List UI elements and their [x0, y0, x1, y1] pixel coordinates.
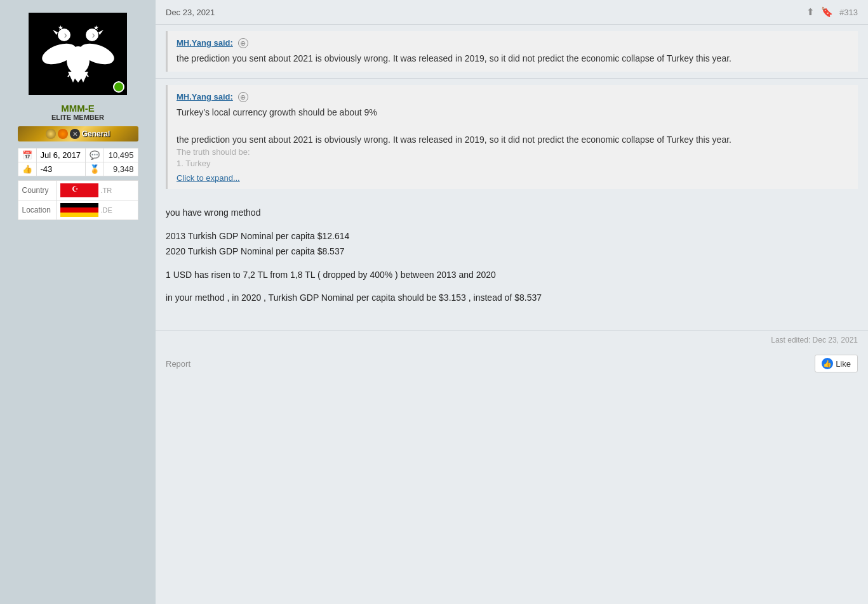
country-label: Country	[18, 181, 56, 200]
stats-row-reaction: 👍 -43 🏅 9,348	[18, 162, 138, 176]
bookmark-icon[interactable]: 🔖	[821, 6, 833, 18]
post-actions: ⬆ 🔖 #313	[806, 6, 858, 18]
country-flag	[60, 183, 98, 197]
rank-badge: ✕ General	[18, 126, 138, 141]
avatar-image: ★ ★ ☽ ☽	[40, 16, 116, 93]
message-count: 10,495	[104, 148, 138, 162]
like-button[interactable]: 👍 Like	[815, 355, 858, 372]
sidebar: ★ ★ ☽ ☽ MMM-E ELITE MEMBER	[0, 0, 156, 604]
quote2-header: MH.Yang said: ⊕	[177, 91, 849, 102]
post-line1: you have wrong method	[166, 206, 858, 220]
location-code: .DE	[101, 206, 112, 214]
avatar-badge	[113, 81, 124, 93]
quote1-header: MH.Yang said: ⊕	[177, 37, 849, 48]
country-flag-cell: .TR	[56, 181, 138, 200]
rank-label: General	[82, 129, 110, 138]
post-actions-footer: Report 👍 Like	[156, 350, 868, 383]
meta-row-location: Location .DE	[18, 200, 138, 220]
quote2-text2: the prediction you sent about 2021 is ob…	[177, 133, 849, 147]
svg-text:☽: ☽	[62, 33, 66, 39]
location-label: Location	[18, 200, 56, 220]
post-footer: Last edited: Dec 23, 2021	[156, 330, 868, 350]
points: 9,348	[104, 162, 138, 176]
report-link[interactable]: Report	[166, 359, 190, 369]
like-label: Like	[836, 359, 851, 369]
share-icon[interactable]: ⬆	[806, 6, 815, 18]
post-line2: 2013 Turkish GDP Nominal per capita $12.…	[166, 229, 858, 243]
quote2-text3: The truth should be:	[177, 147, 849, 158]
rank-icon-2	[58, 129, 68, 139]
main-content: Dec 23, 2021 ⬆ 🔖 #313 MH.Yang said: ⊕ th…	[156, 0, 868, 604]
user-rank: ELITE MEMBER	[51, 114, 104, 121]
rank-icon-1	[46, 129, 56, 139]
post-header: Dec 23, 2021 ⬆ 🔖 #313	[156, 0, 868, 25]
quote2-plus-icon[interactable]: ⊕	[238, 92, 248, 102]
stats-table: 📅 Jul 6, 2017 💬 10,495 👍 -43 🏅 9,348	[18, 148, 138, 176]
username: MMM-E	[61, 103, 95, 114]
quote2-text4: 1. Turkey	[177, 158, 849, 169]
post-date: Dec 23, 2021	[166, 8, 215, 17]
post-number: #313	[839, 8, 858, 17]
svg-text:★: ★	[57, 24, 63, 31]
post-line5: in your method , in 2020 , Turkish GDP N…	[166, 291, 858, 305]
quote1-plus-icon[interactable]: ⊕	[238, 38, 248, 48]
quote-block-2: MH.Yang said: ⊕ Turkey's local currency …	[166, 85, 858, 189]
quote2-author[interactable]: MH.Yang said:	[177, 92, 233, 102]
reaction-score: -43	[36, 162, 86, 176]
last-edited: Last edited: Dec 23, 2021	[771, 336, 858, 345]
points-icon: 🏅	[86, 162, 104, 176]
calendar-icon: 📅	[18, 148, 36, 162]
location-flag-cell: .DE	[56, 200, 138, 220]
quote1-author[interactable]: MH.Yang said:	[177, 38, 233, 48]
like-icon-stat: 👍	[18, 162, 36, 176]
rank-icon-x: ✕	[70, 129, 80, 139]
quote-block-1: MH.Yang said: ⊕ the prediction you sent …	[166, 31, 858, 72]
country-code: .TR	[101, 187, 112, 194]
svg-marker-6	[98, 30, 103, 35]
like-icon: 👍	[822, 358, 833, 369]
divider-1	[156, 78, 868, 79]
expand-link[interactable]: Click to expand...	[177, 173, 849, 183]
message-icon: 💬	[86, 148, 104, 162]
avatar: ★ ★ ☽ ☽	[29, 13, 127, 95]
svg-text:★: ★	[93, 24, 98, 31]
post-line4: 1 USD has risen to 7,2 TL from 1,8 TL ( …	[166, 268, 858, 282]
meta-table: Country .TR Location .DE	[18, 180, 138, 220]
meta-row-country: Country .TR	[18, 181, 138, 200]
post-line3: 2020 Turkish GDP Nominal per capita $8.5…	[166, 244, 858, 258]
location-flag	[60, 203, 98, 217]
join-date: Jul 6, 2017	[36, 148, 86, 162]
stats-row-date: 📅 Jul 6, 2017 💬 10,495	[18, 148, 138, 162]
quote2-text1: Turkey's local currency growth should be…	[177, 106, 849, 119]
svg-text:☽: ☽	[90, 33, 94, 39]
quote1-text: the prediction you sent about 2021 is ob…	[177, 52, 849, 65]
post-body: you have wrong method 2013 Turkish GDP N…	[156, 195, 868, 324]
